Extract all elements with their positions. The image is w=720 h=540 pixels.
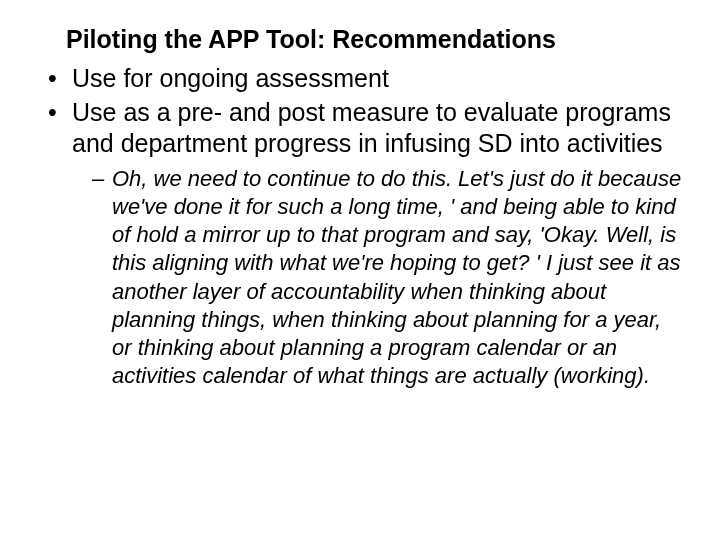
sub-bullet-list: Oh, we need to continue to do this. Let'… [72,165,684,390]
slide-title: Piloting the APP Tool: Recommendations [66,24,684,55]
bullet-text: Use for ongoing assessment [72,64,389,92]
bullet-text: Use as a pre- and post measure to evalua… [72,98,671,157]
list-item: Use as a pre- and post measure to evalua… [48,97,684,391]
bullet-list: Use for ongoing assessment Use as a pre-… [36,63,684,390]
list-item: Oh, we need to continue to do this. Let'… [92,165,684,390]
list-item: Use for ongoing assessment [48,63,684,94]
slide: Piloting the APP Tool: Recommendations U… [0,0,720,540]
sub-bullet-text: Oh, we need to continue to do this. Let'… [112,166,681,388]
